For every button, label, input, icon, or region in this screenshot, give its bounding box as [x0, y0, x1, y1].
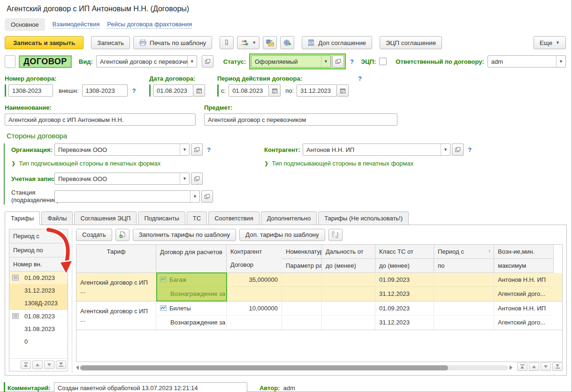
contractor-open-button[interactable]	[452, 143, 464, 156]
copy-row-button[interactable]	[115, 229, 130, 241]
ecp-agreement-button[interactable]: ЭЦП соглашение	[380, 36, 442, 49]
kind-open-button[interactable]	[202, 55, 214, 68]
tab-ts[interactable]: ТС	[187, 211, 207, 225]
scroll-left-icon[interactable]	[76, 365, 79, 370]
chevron-down-icon[interactable]: ▼	[556, 56, 565, 67]
go-next-button[interactable]	[44, 361, 54, 369]
ecp-checkbox[interactable]	[379, 58, 387, 65]
go-first-button[interactable]	[517, 362, 527, 371]
chevron-down-icon[interactable]: ▼	[187, 56, 197, 67]
tab-tarify-ne-ispolzovat[interactable]: Тарифы (Не использовать!)	[318, 211, 409, 225]
station-open-button[interactable]	[201, 190, 213, 203]
contractor-combo[interactable]: Антонов Н.Н. ИП ▼	[303, 143, 450, 156]
print-by-template-button[interactable]: Печать по шаблону	[133, 36, 212, 49]
organization-combo[interactable]: Перевозчик ООО ▼	[54, 143, 190, 156]
org-signer-type-link[interactable]: ❯ Тип подписывающей стороны в печатных ф…	[11, 160, 253, 167]
tab-soglasheniya-ecp[interactable]: Соглашения ЭЦП	[74, 211, 137, 225]
scrollbar-thumb[interactable]	[80, 365, 448, 370]
fill-tariffs-by-template-button[interactable]: Заполнить тарифы по шаблону	[133, 229, 236, 241]
go-last-button[interactable]	[56, 361, 66, 369]
save-and-close-button[interactable]: Записать и закрыть	[5, 36, 84, 49]
col-calc-param[interactable]: Параметр расчета	[282, 259, 322, 273]
period-row[interactable]: 01.09.2023	[9, 271, 68, 284]
col-ts-class-to[interactable]: до (менее)	[375, 259, 434, 273]
station-combo[interactable]: ▼	[54, 190, 200, 203]
organization-help-link[interactable]: ?	[206, 146, 212, 153]
period-row[interactable]: 1308Д-2023	[9, 297, 68, 309]
account-combo[interactable]: Перевозчик ООО ▼	[54, 173, 190, 185]
kind-combo[interactable]: Агентский договор с перевозчи ▼	[96, 55, 197, 68]
col-calc-contract[interactable]: Договор для расчетов	[156, 245, 227, 273]
chevron-down-icon[interactable]: ▼	[441, 144, 450, 155]
period-help-link[interactable]: ?	[357, 75, 363, 82]
contractor-help-link[interactable]: ?	[467, 146, 473, 153]
reorder-button[interactable]	[328, 229, 343, 241]
attachments-button[interactable]	[220, 36, 234, 49]
flag-box[interactable]	[5, 55, 15, 68]
scrollbar-track[interactable]	[80, 365, 508, 370]
col-nomenclature[interactable]: Номенклатура	[282, 245, 322, 259]
additional-agreement-button[interactable]: Доп соглашение	[302, 36, 372, 49]
save-button[interactable]: Записать	[91, 36, 130, 49]
status-open-button[interactable]	[332, 55, 344, 68]
contract-number-field[interactable]: 1308-2023	[8, 84, 53, 97]
col-distance-to[interactable]: до (менее)	[322, 259, 375, 273]
col-period-from[interactable]: Период с ↑	[434, 245, 494, 259]
status-combo[interactable]: Оформляемый ▼	[251, 55, 331, 68]
go-prev-button[interactable]	[32, 361, 43, 369]
tab-dopolnitelno[interactable]: Дополнительно	[261, 211, 317, 225]
contractor-signer-type-link[interactable]: ❯ Тип подписывающей стороны в печатных ф…	[264, 160, 567, 167]
send-email-button[interactable]	[263, 36, 277, 49]
col-contractor-wrap[interactable]: Контрагент Договор	[227, 245, 282, 273]
period-row[interactable]: 31.08.2023	[9, 323, 68, 335]
col-reward-min[interactable]: Возн-ие,мин.	[494, 245, 554, 259]
tab-osnovnoe[interactable]: Основное	[5, 18, 45, 31]
periods-header-from[interactable]: Период с	[9, 229, 68, 243]
comment-field[interactable]: Создан пакетной обработкой 13.07.2023 12…	[54, 382, 247, 392]
account-open-button[interactable]	[191, 173, 203, 185]
periods-header-num[interactable]: Номер вн.	[9, 257, 68, 271]
col-distance-from[interactable]: Дальность от	[322, 245, 375, 259]
go-next-button[interactable]	[541, 362, 551, 371]
web-refresh-button[interactable]	[280, 36, 294, 49]
col-period-to[interactable]: по	[434, 259, 494, 273]
chevron-down-icon[interactable]: ▼	[190, 191, 199, 202]
name-field[interactable]: Агентский договор с ИП Антоновым Н.Н.	[5, 113, 196, 126]
period-row[interactable]: 0	[9, 335, 68, 348]
tab-tarify[interactable]: Тарифы	[5, 211, 40, 225]
create-button[interactable]: Создать	[76, 229, 112, 241]
col-reward-max[interactable]: максимум	[494, 259, 554, 273]
period-from-field[interactable]: 01.08.2023	[229, 84, 269, 97]
tariff-row[interactable]: Багаж 35,000000 01.09.2023 Агентский дог…	[76, 273, 562, 302]
organization-open-button[interactable]	[191, 143, 203, 156]
period-row[interactable]: 31.12.2023	[9, 284, 68, 297]
tab-sootvetstviya[interactable]: Соответствия	[208, 211, 259, 225]
number-help-link[interactable]: ?	[131, 87, 137, 94]
responsible-combo[interactable]: adm ▼	[488, 55, 566, 68]
tab-fayly[interactable]: Файлы	[41, 211, 73, 225]
subject-field[interactable]: Агентский договор с перевозчиком	[204, 113, 397, 126]
date-calendar-button[interactable]	[337, 84, 349, 97]
go-prev-button[interactable]	[529, 362, 539, 371]
col-ts-class-from[interactable]: Класс ТС от	[375, 245, 434, 259]
periods-header-to[interactable]: Период по	[9, 243, 68, 257]
extra-tariffs-by-template-button[interactable]: Доп. тарифы по шаблону	[239, 229, 325, 241]
tab-reysy-dogovora[interactable]: Рейсы договора фрахтования	[107, 21, 192, 29]
go-last-button[interactable]	[552, 362, 563, 371]
chevron-down-icon[interactable]: ▼	[180, 173, 189, 184]
tariff-row[interactable]: Билеты 10,000000 01.09.2023 Агентский до…	[76, 302, 562, 330]
period-row[interactable]: 01.08.2023	[9, 309, 68, 323]
go-first-button[interactable]	[21, 361, 31, 369]
panel-splitter[interactable]	[72, 228, 72, 372]
scroll-right-icon[interactable]	[510, 365, 512, 370]
tab-vzaimodeystviya[interactable]: Взаимодействия	[53, 21, 100, 29]
chevron-down-icon[interactable]: ▼	[180, 144, 189, 155]
col-tariff[interactable]: Тариф	[76, 245, 156, 273]
chevron-down-icon[interactable]: ▼	[321, 56, 330, 67]
status-help-link[interactable]: ?	[349, 58, 355, 65]
tab-podpisanty[interactable]: Подписанты	[138, 211, 185, 225]
period-to-field[interactable]: 31.12.2023	[297, 84, 337, 97]
horizontal-scrollbar[interactable]	[76, 364, 512, 371]
date-calendar-button[interactable]	[193, 84, 205, 97]
external-number-field[interactable]: 1308-2023	[82, 84, 128, 97]
